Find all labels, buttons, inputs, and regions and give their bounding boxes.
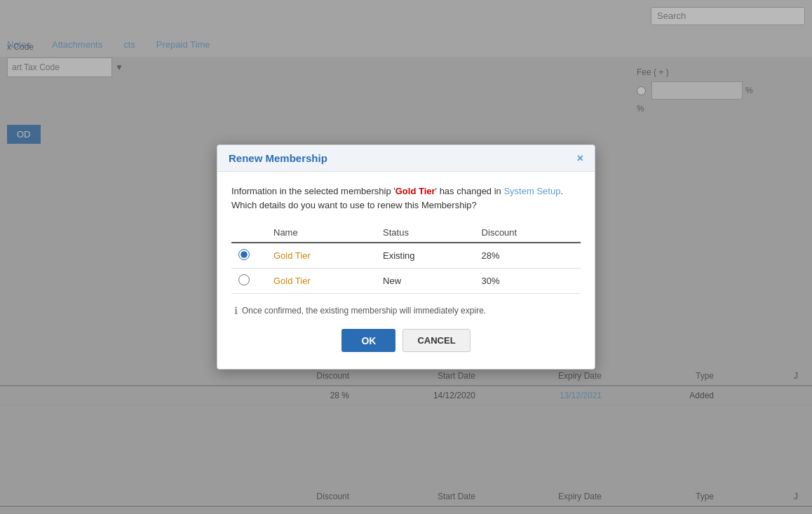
- dialog-close-button[interactable]: ×: [577, 153, 583, 164]
- message-part2-a: ' has changed in: [435, 186, 504, 196]
- name-cell-1: Gold Tier: [266, 243, 376, 269]
- cancel-button[interactable]: CANCEL: [402, 329, 470, 352]
- message-part1: Information in the selected membership ': [231, 186, 395, 196]
- modal-overlay: Renew Membership × Information in the se…: [0, 0, 812, 514]
- info-icon: ℹ: [234, 305, 238, 316]
- col-discount: Discount: [475, 223, 581, 243]
- dialog-buttons: OK CANCEL: [231, 329, 581, 356]
- membership-radio-existing[interactable]: [238, 249, 250, 260]
- status-cell-1: Existing: [376, 243, 475, 269]
- name-cell-2: Gold Tier: [266, 269, 376, 294]
- membership-name-highlight: Gold Tier: [395, 186, 435, 196]
- membership-radio-new[interactable]: [238, 274, 250, 285]
- dialog-header: Renew Membership ×: [217, 145, 595, 172]
- col-radio: [231, 223, 266, 243]
- radio-cell-1[interactable]: [231, 243, 266, 269]
- renew-membership-dialog: Renew Membership × Information in the se…: [217, 144, 595, 370]
- status-cell-2: New: [376, 269, 475, 294]
- dialog-body: Information in the selected membership '…: [217, 172, 595, 369]
- discount-cell-1: 28%: [475, 243, 581, 269]
- system-setup-link[interactable]: System Setup: [503, 186, 560, 196]
- col-name: Name: [266, 223, 376, 243]
- warning-text: Once confirmed, the existing membership …: [242, 306, 486, 316]
- discount-cell-2: 30%: [475, 269, 581, 294]
- radio-cell-2[interactable]: [231, 269, 266, 294]
- table-row: Gold Tier New 30%: [231, 269, 581, 294]
- ok-button[interactable]: OK: [341, 329, 395, 352]
- membership-options-table: Name Status Discount Gold Tier Existing …: [231, 223, 581, 294]
- col-status: Status: [376, 223, 475, 243]
- table-row: Gold Tier Existing 28%: [231, 243, 581, 269]
- warning-note: ℹ Once confirmed, the existing membershi…: [231, 305, 581, 316]
- dialog-message: Information in the selected membership '…: [231, 184, 581, 212]
- dialog-title: Renew Membership: [229, 152, 327, 164]
